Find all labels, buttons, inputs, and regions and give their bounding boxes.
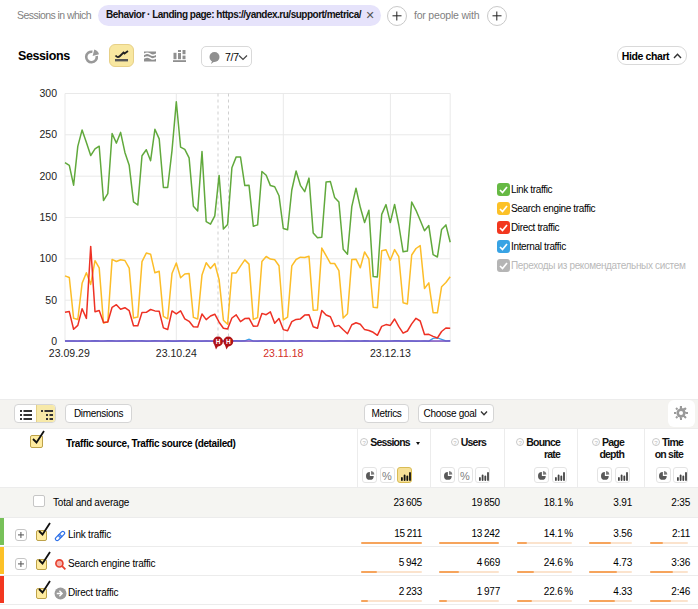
- svg-text:300: 300: [39, 87, 57, 99]
- svg-text:50: 50: [45, 294, 57, 306]
- svg-text:250: 250: [39, 128, 57, 140]
- svg-text:Н: Н: [216, 338, 221, 345]
- svg-text:23.12.13: 23.12.13: [370, 347, 411, 359]
- svg-text:0: 0: [51, 335, 57, 347]
- svg-text:Н: Н: [226, 338, 231, 345]
- svg-text:23.11.18: 23.11.18: [263, 347, 303, 359]
- svg-text:200: 200: [39, 170, 57, 182]
- svg-text:23.09.29: 23.09.29: [49, 347, 90, 359]
- svg-text:23.10.24: 23.10.24: [156, 347, 197, 359]
- svg-text:150: 150: [39, 211, 57, 223]
- svg-text:100: 100: [39, 252, 57, 264]
